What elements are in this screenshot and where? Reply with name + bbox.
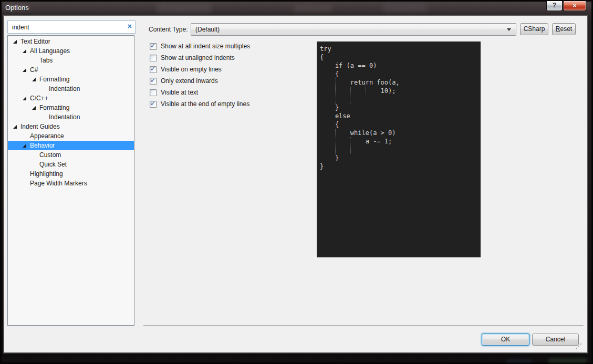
ok-button[interactable]: OK <box>482 334 529 346</box>
expanded-triangle-icon[interactable] <box>13 125 17 129</box>
tree-item-label: Text Editor <box>20 38 50 45</box>
tree-item-c-c-[interactable]: C/C++ <box>8 93 134 103</box>
tree-item-quick-set[interactable]: Quick Set <box>8 160 134 169</box>
tree-item-highlighting[interactable]: Highlighting <box>8 169 134 179</box>
tree-item-label: Indentation <box>49 85 80 92</box>
options-tree[interactable]: Text EditorAll LanguagesTabsC#Formatting… <box>7 35 134 326</box>
check-icon: ✓ <box>150 65 155 72</box>
checkbox-label: Visible at the end of empty lines <box>161 100 249 108</box>
tree-item-label: Behavior <box>30 142 55 149</box>
preview-code: try { if (a == 0) { return foo(a, 10); }… <box>317 41 481 257</box>
checkbox-checked[interactable]: ✓ <box>150 78 157 85</box>
tree-item-formatting[interactable]: Formatting <box>8 103 134 112</box>
tree-item-label: Indent Guides <box>20 123 60 130</box>
tree-item-label: Highlighting <box>30 170 63 178</box>
tree-item-label: C/C++ <box>30 95 48 102</box>
tree-item-indent-guides[interactable]: Indent Guides <box>8 122 134 131</box>
expanded-triangle-icon[interactable] <box>23 49 26 53</box>
check-icon: ✓ <box>150 42 155 49</box>
tree-item-label: Formatting <box>39 104 69 111</box>
checkbox-unchecked[interactable] <box>150 55 157 61</box>
expanded-triangle-icon[interactable] <box>23 97 26 100</box>
resize-grip-icon[interactable] <box>576 343 583 350</box>
tree-item-tabs[interactable]: Tabs <box>8 56 134 65</box>
background-artifact <box>293 5 332 13</box>
checkbox-row: ✓Visible at the end of empty lines <box>150 100 250 108</box>
checkbox-row: ✓Show at all indent size multiples <box>150 43 250 50</box>
checkbox-checked[interactable]: ✓ <box>150 66 157 73</box>
tree-item-appearance[interactable]: Appearance <box>8 131 134 141</box>
close-button[interactable]: × <box>563 1 586 11</box>
check-icon: ✓ <box>150 100 155 107</box>
chevron-down-icon <box>507 28 511 31</box>
footer-separator <box>143 325 584 326</box>
content-type-value: (Default) <box>195 26 220 33</box>
window-title: Options <box>5 4 29 12</box>
checkbox-label: Only extend inwards <box>161 77 218 85</box>
clear-search-icon[interactable]: × <box>128 22 132 30</box>
tree-item-label: Quick Set <box>39 161 67 168</box>
checkbox-row: Visible at text <box>150 89 250 96</box>
tree-item-label: Appearance <box>30 132 64 140</box>
checkbox-row: Show at unaligned indents <box>150 54 250 61</box>
checkbox-label: Visible on empty lines <box>161 66 222 73</box>
check-icon: ✓ <box>150 77 155 84</box>
search-box: × <box>7 20 136 34</box>
content-type-label: Content Type: <box>149 26 188 33</box>
tree-item-indentation[interactable]: Indentation <box>8 84 134 93</box>
checkbox-label: Visible at text <box>161 89 198 96</box>
tree-item-label: C# <box>30 66 38 74</box>
tree-item-custom[interactable]: Custom <box>8 150 134 160</box>
tree-item-label: Custom <box>39 151 61 159</box>
search-input[interactable] <box>7 20 136 34</box>
checkbox-row: ✓Visible on empty lines <box>150 66 250 73</box>
checkbox-group: ✓Show at all indent size multiplesShow a… <box>150 43 250 112</box>
help-button[interactable]: ? <box>546 1 563 11</box>
tree-item-label: All Languages <box>30 47 70 55</box>
reset-button-label: Reset <box>553 24 575 35</box>
cancel-button[interactable]: Cancel <box>532 334 579 346</box>
expanded-triangle-icon[interactable] <box>23 68 26 72</box>
expanded-triangle-icon[interactable] <box>32 106 36 110</box>
tree-item-label: Formatting <box>39 76 69 83</box>
expanded-triangle-icon[interactable] <box>32 78 36 81</box>
tree-item-page-width-markers[interactable]: Page Width Markers <box>8 179 134 188</box>
background-artifact <box>506 359 532 363</box>
checkbox-row: ✓Only extend inwards <box>150 77 250 85</box>
expanded-triangle-icon[interactable] <box>23 144 26 148</box>
background-artifact <box>548 358 587 363</box>
checkbox-label: Show at all indent size multiples <box>161 43 250 50</box>
options-dialog: × Text EditorAll LanguagesTabsC#Formatti… <box>4 15 588 353</box>
code-preview: try { if (a == 0) { return foo(a, 10); }… <box>317 41 481 257</box>
checkbox-checked[interactable]: ✓ <box>150 43 157 50</box>
background-artifact <box>157 4 212 14</box>
reset-button[interactable]: Reset <box>552 23 576 35</box>
tree-item-label: Indentation <box>49 113 80 121</box>
tree-item-label: Page Width Markers <box>30 180 87 187</box>
tree-item-label: Tabs <box>39 57 53 64</box>
checkbox-unchecked[interactable] <box>150 89 157 96</box>
background-artifact <box>382 4 427 13</box>
checkbox-checked[interactable]: ✓ <box>150 101 157 108</box>
tree-item-formatting[interactable]: Formatting <box>8 75 134 84</box>
tree-item-behavior[interactable]: Behavior <box>8 141 134 150</box>
tree-item-text-editor[interactable]: Text Editor <box>8 37 134 46</box>
expanded-triangle-icon[interactable] <box>13 40 17 44</box>
content-type-dropdown[interactable]: (Default) <box>191 23 516 36</box>
tree-item-indentation[interactable]: Indentation <box>8 112 134 122</box>
csharp-button[interactable]: CSharp <box>520 23 548 35</box>
checkbox-label: Show at unaligned indents <box>161 54 235 61</box>
tree-item-c-[interactable]: C# <box>8 65 134 75</box>
tree-item-all-languages[interactable]: All Languages <box>8 46 134 56</box>
